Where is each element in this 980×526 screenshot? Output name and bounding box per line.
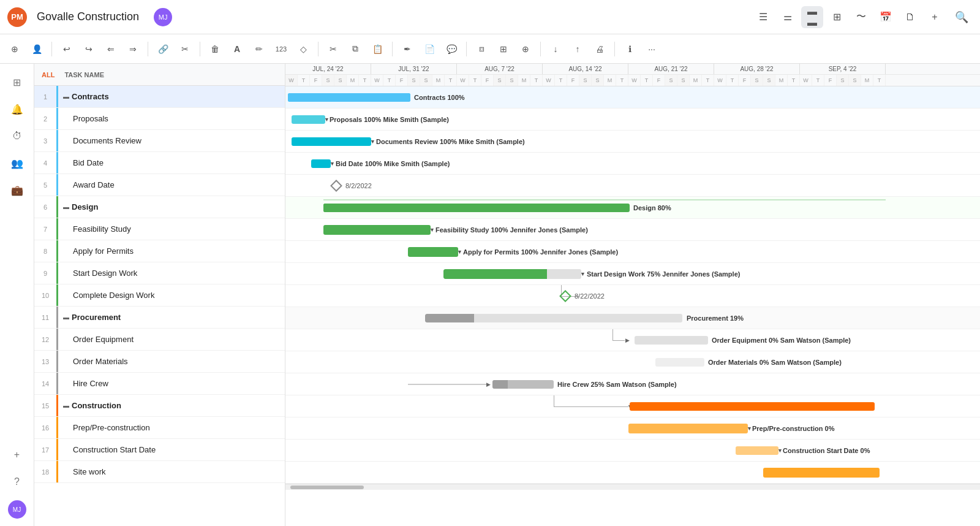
gantt-row-18[interactable]	[285, 462, 980, 484]
collapse-btn-15[interactable]: ▬	[63, 402, 69, 409]
sidebar-time-icon[interactable]: ⏱	[6, 125, 28, 147]
gantt-row-17[interactable]: ▼ Construction Start Date 0%	[285, 440, 980, 462]
doc-btn[interactable]: 📄	[420, 39, 439, 59]
add-task-btn[interactable]: ⊕	[5, 39, 24, 59]
paint-btn[interactable]: ✏	[249, 39, 269, 59]
gantt-row-3[interactable]: ▼ Documents Review 100% Mike Smith (Samp…	[285, 131, 980, 153]
collapse-btn-6[interactable]: ▬	[63, 204, 69, 210]
nav-list-icon[interactable]: ☰	[752, 6, 774, 28]
gantt-row-1[interactable]: Contracts 100%	[285, 86, 980, 109]
task-row-3[interactable]: 3 Documents Review	[34, 130, 285, 152]
nav-gantt-icon[interactable]: ▬▬	[801, 6, 823, 28]
more-btn[interactable]: ···	[642, 39, 662, 59]
task-row-14[interactable]: 14 Hire Crew	[34, 373, 285, 395]
all-label[interactable]: ALL	[42, 71, 55, 78]
bar-proposals[interactable]	[292, 115, 325, 124]
gantt-row-4[interactable]: ▼ Bid Date 100% Mike Smith (Sample)	[285, 153, 980, 175]
bar-site-work[interactable]	[763, 468, 880, 478]
link-btn[interactable]: 🔗	[153, 39, 173, 59]
task-row-5[interactable]: 5 Award Date	[34, 174, 285, 196]
bar-docs-review[interactable]	[292, 137, 371, 146]
undo-btn[interactable]: ↩	[57, 39, 77, 59]
delete-btn[interactable]: 🗑	[205, 39, 225, 59]
task-row-2[interactable]: 2 Proposals	[34, 108, 285, 130]
task-row-6[interactable]: 6 ▬ Design	[34, 196, 285, 218]
gantt-row-15[interactable]: ▼	[285, 395, 980, 417]
task-row-11[interactable]: 11 ▬ Procurement	[34, 307, 285, 329]
milestone-award-date[interactable]	[330, 180, 342, 192]
gantt-row-11[interactable]: Procurement 19%	[285, 307, 980, 329]
sidebar-home-icon[interactable]: ⊞	[6, 71, 28, 93]
split-col-btn[interactable]: ⧈	[472, 39, 491, 59]
bar-order-equip[interactable]	[635, 336, 708, 345]
task-row-12[interactable]: 12 Order Equipment	[34, 329, 285, 351]
nav-doc-icon[interactable]: 🗋	[899, 6, 921, 28]
gantt-row-7[interactable]: ▼ Feasibility Study 100% Jennifer Jones …	[285, 219, 980, 241]
gantt-row-8[interactable]: ▼ Apply for Permits 100% Jennifer Jones …	[285, 241, 980, 263]
bar-start-design[interactable]	[443, 269, 581, 279]
zoom-in-btn[interactable]: ⊕	[516, 39, 535, 59]
bar-permits[interactable]	[408, 247, 458, 257]
task-row-17[interactable]: 17 Construction Start Date	[34, 439, 285, 461]
123-btn[interactable]: 123	[271, 39, 291, 59]
unlink-btn[interactable]: ✂	[175, 39, 195, 59]
nav-grid-icon[interactable]: ⊞	[826, 6, 848, 28]
task-row-18[interactable]: 18 Site work	[34, 461, 285, 483]
outdent-btn[interactable]: ⇐	[101, 39, 121, 59]
nav-timeline-icon[interactable]: 〜	[850, 6, 872, 28]
bar-order-materials[interactable]	[655, 358, 704, 367]
task-row-7[interactable]: 7 Feasibility Study	[34, 218, 285, 240]
add-person-btn[interactable]: 👤	[27, 39, 47, 59]
bar-prep[interactable]	[628, 424, 748, 433]
table-btn[interactable]: ⊞	[494, 39, 513, 59]
nav-calendar-icon[interactable]: 📅	[875, 6, 897, 28]
gantt-row-12[interactable]: ▶ Order Equipment 0% Sam Watson (Sample)	[285, 329, 980, 351]
gantt-row-9[interactable]: ▼ Start Design Work 75% Jennifer Jones (…	[285, 263, 980, 285]
print-btn[interactable]: 🖨	[590, 39, 609, 59]
gantt-area[interactable]: JUL, 24 '22 JUL, 31 '22 AUG, 7 '22 AUG, …	[285, 64, 980, 526]
gantt-scrollbar[interactable]	[285, 484, 980, 490]
task-row-4[interactable]: 4 Bid Date	[34, 152, 285, 174]
export-up-btn[interactable]: ↑	[568, 39, 587, 59]
bar-procurement[interactable]	[425, 314, 682, 322]
gantt-row-10[interactable]: 8/22/2022	[285, 285, 980, 307]
sidebar-add-icon[interactable]: +	[6, 444, 28, 466]
user-avatar-sidebar[interactable]: MJ	[8, 500, 26, 519]
gantt-row-16[interactable]: ▼ Prep/Pre-construction 0%	[285, 417, 980, 440]
redo-btn[interactable]: ↪	[79, 39, 99, 59]
nav-add-view-icon[interactable]: +	[924, 6, 946, 28]
task-row-15[interactable]: 15 ▬ Construction	[34, 395, 285, 417]
task-row-9[interactable]: 9 Start Design Work	[34, 262, 285, 284]
bar-bid-date[interactable]	[311, 159, 331, 168]
indent-btn[interactable]: ⇒	[123, 39, 143, 59]
task-row-1[interactable]: 1 ▬ Contracts	[34, 86, 285, 108]
collapse-btn-1[interactable]: ▬	[63, 93, 69, 100]
collapse-btn-11[interactable]: ▬	[63, 314, 69, 321]
task-row-16[interactable]: 16 Prep/Pre-construction	[34, 417, 285, 439]
comment-btn[interactable]: 💬	[442, 39, 461, 59]
scissors-btn[interactable]: ✂	[323, 39, 343, 59]
bar-contracts[interactable]	[288, 93, 410, 102]
diamond-btn[interactable]: ◇	[293, 39, 313, 59]
sidebar-team-icon[interactable]: 👥	[6, 152, 28, 174]
gantt-row-2[interactable]: ▼ Proposals 100% Mike Smith (Sample)	[285, 109, 980, 131]
paste-btn[interactable]: 📋	[368, 39, 387, 59]
user-avatar[interactable]: MJ	[154, 8, 172, 26]
text-btn[interactable]: A	[227, 39, 247, 59]
task-row-13[interactable]: 13 Order Materials	[34, 351, 285, 373]
gantt-row-5[interactable]: 8/2/2022	[285, 175, 980, 197]
sidebar-notifications-icon[interactable]: 🔔	[6, 98, 28, 120]
pen-btn[interactable]: ✒	[398, 39, 417, 59]
task-row-10[interactable]: 10 Complete Design Work	[34, 284, 285, 307]
gantt-row-13[interactable]: Order Materials 0% Sam Watson (Sample)	[285, 351, 980, 373]
sidebar-help-icon[interactable]: ?	[6, 471, 28, 493]
scrollbar-thumb[interactable]	[290, 486, 364, 489]
nav-chart-icon[interactable]: ⚌	[777, 6, 799, 28]
bar-design[interactable]	[323, 204, 630, 212]
bar-feasibility[interactable]	[323, 225, 431, 235]
search-icon[interactable]: 🔍	[951, 6, 973, 28]
bar-construction-start[interactable]	[736, 446, 778, 455]
task-row-8[interactable]: 8 Apply for Permits	[34, 240, 285, 262]
bar-hire-crew[interactable]	[492, 380, 554, 389]
copy-btn[interactable]: ⧉	[345, 39, 365, 59]
